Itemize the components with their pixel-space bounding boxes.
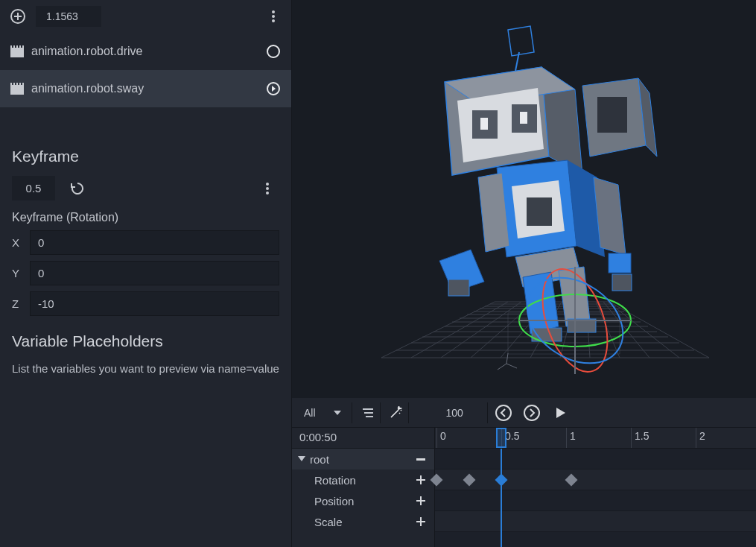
channel-label: Rotation — [314, 474, 409, 487]
svg-rect-46 — [480, 118, 488, 130]
svg-point-2 — [272, 15, 275, 18]
rotation-y-input[interactable] — [30, 261, 279, 285]
next-frame-button[interactable] — [519, 402, 544, 423]
svg-line-36 — [609, 302, 709, 358]
svg-point-71 — [496, 405, 511, 420]
keyframe-time-input[interactable] — [12, 176, 55, 200]
svg-point-9 — [266, 187, 269, 190]
animation-list: animation.robot.drive animation.robot.sw… — [0, 33, 291, 107]
track-row[interactable] — [435, 490, 756, 511]
rotation-z-input[interactable] — [30, 291, 279, 316]
tree-channel-row[interactable]: Position — [292, 490, 434, 511]
animation-name: animation.robot.drive — [31, 45, 258, 58]
more-menu-button[interactable] — [255, 177, 279, 200]
add-animation-button[interactable] — [6, 4, 30, 28]
add-keyframe-icon[interactable] — [413, 475, 428, 484]
filter-dropdown[interactable]: All — [296, 402, 352, 423]
timecode: 0:00:50 — [292, 428, 435, 448]
ruler-tick: 2 — [696, 428, 705, 448]
playhead-line — [501, 449, 502, 547]
animation-toolbar — [0, 0, 291, 33]
svg-point-1 — [272, 10, 275, 13]
animation-name: animation.robot.sway — [31, 82, 258, 95]
ruler-tick: 0 — [436, 428, 446, 448]
svg-rect-57 — [448, 279, 469, 296]
svg-rect-54 — [527, 197, 552, 226]
prev-frame-button[interactable] — [491, 402, 516, 423]
ruler-tick: 1.5 — [631, 428, 649, 448]
collapse-icon[interactable] — [413, 458, 428, 461]
track-row[interactable] — [435, 449, 756, 469]
x-label: X — [12, 236, 22, 249]
keyframe-diamond[interactable] — [565, 473, 578, 486]
clip-icon — [10, 83, 24, 95]
svg-marker-49 — [508, 26, 534, 56]
svg-rect-60 — [612, 274, 632, 291]
keyframe-section: Keyframe Keyframe (Rotation) X Y — [0, 137, 291, 378]
channel-label: Scale — [314, 516, 409, 528]
reset-icon[interactable] — [69, 177, 86, 200]
svg-line-25 — [381, 302, 495, 358]
compass-icon — [498, 353, 517, 370]
svg-line-28 — [471, 302, 535, 358]
channel-label: Position — [314, 495, 409, 508]
svg-point-8 — [266, 183, 269, 186]
svg-point-5 — [267, 45, 279, 57]
zoom-input[interactable] — [422, 402, 488, 423]
svg-rect-4 — [10, 48, 24, 57]
keyframe-diamond[interactable] — [463, 473, 475, 486]
rotation-x-input[interactable] — [30, 230, 279, 255]
track-row[interactable] — [435, 511, 756, 532]
robot-model — [439, 26, 657, 341]
svg-rect-59 — [609, 253, 631, 273]
add-keyframe-icon[interactable] — [413, 517, 428, 526]
placeholders-title: Variable Placeholders — [12, 332, 279, 350]
svg-line-27 — [441, 302, 521, 358]
z-label: Z — [12, 297, 22, 310]
tree-channel-row[interactable]: Scale — [292, 511, 434, 532]
root-label: root — [310, 453, 409, 466]
chevron-down-icon — [298, 456, 305, 462]
animation-row[interactable]: animation.robot.sway — [0, 70, 291, 107]
chevron-down-icon — [334, 411, 341, 415]
more-menu-button[interactable] — [261, 4, 285, 28]
filter-label: All — [304, 407, 316, 419]
animation-row[interactable]: animation.robot.drive — [0, 33, 291, 70]
magic-wand-icon[interactable] — [384, 402, 409, 423]
timeline-panel: All — [292, 398, 756, 547]
svg-point-10 — [266, 192, 269, 195]
svg-rect-6 — [10, 85, 24, 95]
tree-root-row[interactable]: root — [292, 449, 434, 469]
svg-point-72 — [524, 405, 539, 420]
svg-rect-73 — [416, 458, 425, 461]
clip-icon — [10, 45, 24, 57]
viewport-3d[interactable] — [292, 0, 756, 398]
ruler-tick: 1 — [566, 428, 576, 448]
placeholders-desc: List the variables you want to preview v… — [12, 361, 279, 378]
add-keyframe-icon[interactable] — [413, 496, 428, 505]
svg-point-3 — [272, 19, 275, 22]
record-icon[interactable] — [266, 44, 281, 59]
play-icon[interactable] — [266, 81, 281, 96]
timeline-tracks[interactable] — [435, 449, 756, 547]
svg-line-26 — [411, 302, 508, 358]
tree-channel-row[interactable]: Rotation — [292, 469, 434, 490]
list-view-icon[interactable] — [355, 402, 381, 423]
timeline-ruler[interactable]: 00.511.52 — [435, 428, 756, 448]
playhead[interactable] — [496, 428, 506, 448]
y-label: Y — [12, 267, 22, 279]
timeline-toolbar: All — [292, 398, 756, 428]
keyframe-rotation-heading: Keyframe (Rotation) — [12, 211, 279, 224]
svg-rect-48 — [520, 112, 527, 124]
animation-duration-input[interactable] — [36, 6, 101, 27]
timeline-tree: root RotationPositionScale — [292, 449, 435, 547]
svg-rect-40 — [597, 97, 627, 133]
play-button[interactable] — [547, 402, 573, 423]
track-row[interactable] — [435, 469, 756, 490]
keyframe-title: Keyframe — [12, 148, 279, 165]
